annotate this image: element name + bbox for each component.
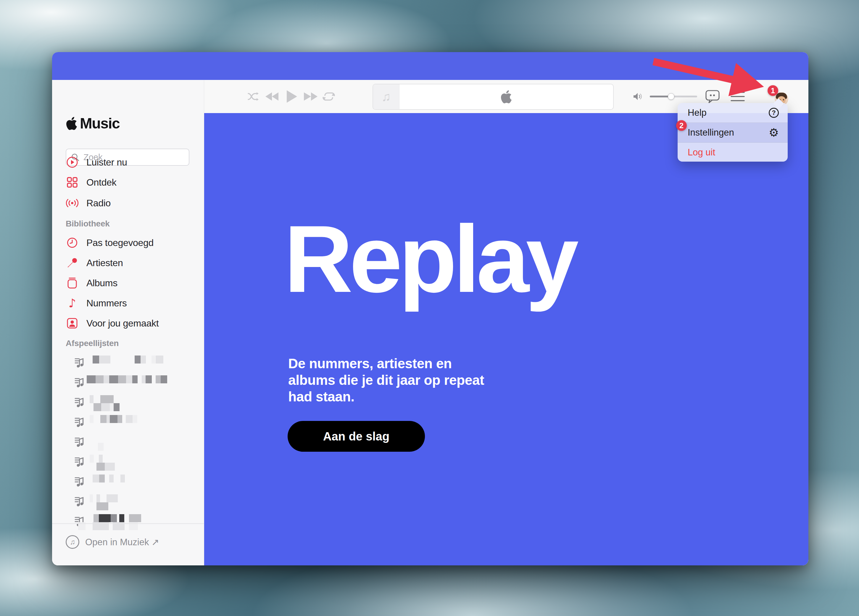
page-title: Replay <box>284 211 575 306</box>
redacted-text-block <box>126 415 133 423</box>
lcd-apple-logo <box>400 84 613 109</box>
redacted-text-block <box>106 415 110 423</box>
playlist-icon <box>74 495 86 508</box>
menu-item-log-uit[interactable]: Log uit <box>678 143 788 162</box>
redacted-text-block <box>93 355 99 364</box>
redacted-text-block <box>99 514 111 522</box>
play-icon[interactable] <box>285 80 299 113</box>
person-card-icon <box>66 317 79 329</box>
playlist-icon <box>74 416 86 429</box>
playlist-item-redacted[interactable] <box>52 353 204 373</box>
repeat-icon[interactable] <box>322 80 336 113</box>
redacted-text-block <box>90 494 93 502</box>
redacted-text-block <box>129 514 136 522</box>
rewind-icon[interactable] <box>264 80 280 113</box>
sidebar-item-label: Voor jou gemaakt <box>86 318 159 329</box>
sidebar-divider <box>52 523 204 524</box>
now-playing-display: ♫ <box>373 84 614 110</box>
redacted-text-block <box>87 375 95 383</box>
redacted-text-block <box>93 475 99 483</box>
redacted-text-block <box>95 375 103 383</box>
redacted-text-block <box>126 375 132 383</box>
replay-page: Replay De nummers, artiesten en albums d… <box>204 113 808 565</box>
account-menu: Help ? Instellingen ⚙ Log uit <box>678 103 788 162</box>
redacted-text-block <box>110 403 114 411</box>
redacted-text-block <box>151 355 155 364</box>
sidebar-item-pas-toegevoegd[interactable]: Pas toegevoegd <box>66 233 193 252</box>
get-started-button[interactable]: Aan de slag <box>287 421 425 452</box>
music-note-circle-icon: ♫ <box>66 535 79 549</box>
album-icon <box>66 277 79 289</box>
browser-toolbar: ♫ music.apple.com <box>52 52 808 80</box>
redacted-text-block <box>156 375 161 383</box>
sidebar-item-albums[interactable]: Albums <box>66 274 193 292</box>
apple-logo-icon <box>500 89 513 104</box>
menu-item-instellingen[interactable]: Instellingen ⚙ <box>678 123 788 142</box>
apple-logo-icon <box>65 116 78 131</box>
redacted-text-block <box>99 355 110 364</box>
fast-forward-icon[interactable] <box>303 80 319 113</box>
redacted-text-block <box>111 514 117 522</box>
redacted-text-block <box>99 455 103 463</box>
redacted-text-block <box>90 455 94 463</box>
redacted-text-block <box>134 355 141 364</box>
redacted-text-block <box>156 355 163 364</box>
desktop-wallpaper: ♫ music.apple.com <box>0 0 859 616</box>
sidebar-item-luister-nu[interactable]: Luister nu <box>66 153 193 172</box>
redacted-text-block <box>97 463 105 471</box>
redacted-text-block <box>90 415 94 423</box>
redacted-text-block <box>110 463 115 471</box>
volume-icon <box>633 80 643 113</box>
playlist-item-redacted[interactable] <box>52 472 204 492</box>
sidebar-item-label: Nummers <box>86 298 127 309</box>
sidebar-item-label: Radio <box>86 198 111 209</box>
artwork-placeholder: ♫ <box>373 84 400 109</box>
playlist-icon <box>74 475 86 488</box>
sidebar-item-label: Ontdek <box>86 177 116 188</box>
redacted-text-block <box>97 502 108 510</box>
redacted-text-block <box>110 415 117 423</box>
redacted-text-block <box>109 475 114 483</box>
apple-music-logo: Music <box>65 115 120 132</box>
sidebar-item-voor-jou-gemaakt[interactable]: Voor jou gemaakt <box>66 314 193 333</box>
redacted-text-block <box>114 403 120 411</box>
redacted-text-block <box>109 375 118 383</box>
playlist-item-redacted[interactable] <box>52 373 204 392</box>
annotation-badge-2: 2 <box>676 120 687 131</box>
redacted-text-block <box>119 514 124 522</box>
redacted-text-block <box>94 403 101 411</box>
playlist-icon <box>74 356 86 369</box>
playlist-icon <box>74 376 86 389</box>
playlist-item-redacted[interactable] <box>52 452 204 472</box>
playlist-item-redacted[interactable] <box>52 511 204 532</box>
redacted-text-block <box>90 395 94 403</box>
redacted-text-block <box>118 375 126 383</box>
playlist-item-redacted[interactable] <box>52 412 204 432</box>
open-in-music-link[interactable]: ♫ Open in Muziek ↗ <box>66 535 159 549</box>
redacted-text-block <box>141 355 146 364</box>
gear-icon: ⚙ <box>769 127 779 138</box>
playlists-header: Afspeellijsten <box>66 339 119 348</box>
shuffle-icon[interactable] <box>247 80 260 113</box>
redacted-text-block <box>142 375 145 383</box>
playlist-item-redacted[interactable] <box>52 492 204 511</box>
redacted-text-block <box>101 403 110 411</box>
playlist-item-redacted[interactable] <box>52 432 204 452</box>
playlist-item-redacted[interactable] <box>52 392 204 412</box>
sidebar-item-label: Pas toegevoegd <box>86 238 153 249</box>
menu-item-help[interactable]: Help ? <box>678 103 788 122</box>
playlist-icon <box>74 396 86 409</box>
sidebar-item-artiesten[interactable]: Artiesten <box>66 253 193 272</box>
sidebar-item-radio[interactable]: Radio <box>66 194 193 213</box>
redacted-text-block <box>161 375 167 383</box>
logo-wordmark: Music <box>80 115 120 132</box>
music-note-icon: ♪ <box>66 296 79 310</box>
sidebar-item-label: Albums <box>86 278 117 289</box>
sidebar-item-nummers[interactable]: ♪ Nummers <box>66 294 193 313</box>
volume-slider-knob[interactable] <box>668 93 674 100</box>
sidebar-item-label: Artiesten <box>86 258 123 269</box>
redacted-text-block <box>100 415 106 423</box>
annotation-badge-1: 1 <box>768 85 778 96</box>
sidebar-item-ontdek[interactable]: Ontdek <box>66 173 193 192</box>
redacted-text-block <box>117 415 122 423</box>
